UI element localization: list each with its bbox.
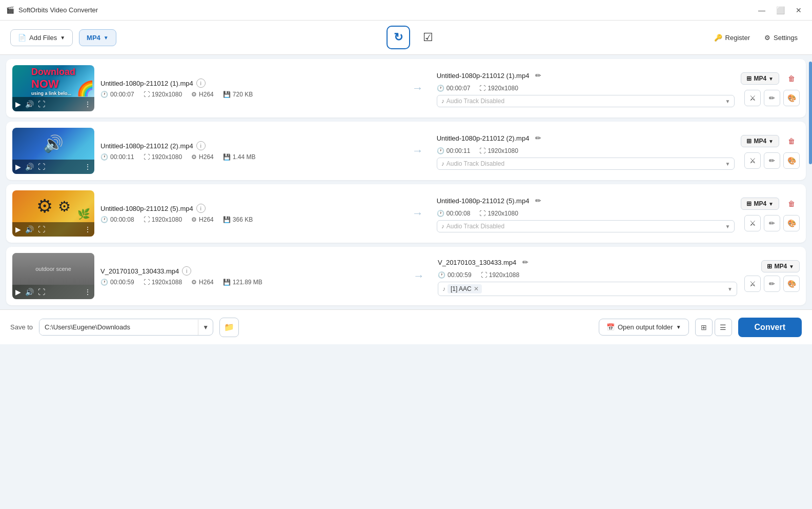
color-button[interactable]: 🎨: [783, 276, 800, 292]
format-grid-icon: ⊞: [746, 138, 752, 145]
expand-icon[interactable]: ⛶: [38, 288, 45, 296]
out-resize-icon: ⛶: [479, 85, 485, 92]
edit-button[interactable]: ✏: [764, 152, 780, 169]
delete-button[interactable]: 🗑: [783, 195, 800, 212]
volume-icon[interactable]: 🔊: [25, 288, 34, 296]
save-to-input-group: ▼: [39, 319, 213, 336]
audio-dropdown[interactable]: ♪ Audio Track Disabled ▼: [437, 95, 735, 107]
delete-button[interactable]: 🗑: [783, 70, 800, 87]
edit-button[interactable]: ✏: [764, 215, 780, 231]
open-output-label: Open output folder: [618, 323, 673, 331]
audio-tag-label: [1] AAC: [451, 285, 472, 292]
add-files-button[interactable]: 📄 Add Files ▼: [10, 29, 73, 46]
output-duration: 00:00:59: [448, 271, 472, 279]
info-icon[interactable]: i: [196, 79, 206, 88]
input-size: 1.44 MB: [233, 153, 256, 161]
out-duration-meta: 🕐 00:00:11: [437, 147, 471, 154]
minimize-button[interactable]: —: [755, 3, 769, 17]
output-format-badge[interactable]: ⊞ MP4 ▼: [741, 72, 779, 85]
audio-dropdown[interactable]: ♪ Audio Track Disabled ▼: [437, 158, 735, 170]
edit-name-icon[interactable]: ✏: [519, 256, 532, 268]
open-output-chevron-icon: ▼: [676, 324, 681, 330]
audio-dropdown[interactable]: ♪ Audio Track Disabled ▼: [437, 220, 735, 232]
arrow-col: →: [405, 82, 431, 95]
info-icon[interactable]: i: [196, 141, 206, 150]
volume-icon[interactable]: 🔊: [25, 225, 34, 233]
volume-icon[interactable]: 🔊: [25, 100, 34, 108]
play-icon[interactable]: ▶: [15, 100, 21, 108]
delete-button[interactable]: 🗑: [783, 133, 800, 149]
input-codec: H264: [199, 279, 214, 286]
edit-button[interactable]: ✏: [764, 276, 780, 292]
cut-button[interactable]: ⚔: [744, 276, 761, 292]
color-button[interactable]: 🎨: [783, 90, 800, 106]
check-button[interactable]: ☑: [416, 26, 440, 49]
more-icon[interactable]: ⋮: [84, 288, 91, 296]
action-icons: ⚔ ✏ 🎨: [744, 152, 800, 169]
close-button[interactable]: ✕: [791, 3, 806, 17]
expand-icon[interactable]: ⛶: [38, 100, 45, 108]
edit-name-icon[interactable]: ✏: [532, 69, 544, 82]
action-icons: ⚔ ✏ 🎨: [744, 90, 800, 106]
format-button[interactable]: MP4 ▼: [79, 29, 116, 46]
save-to-dropdown-button[interactable]: ▼: [198, 320, 213, 335]
file-thumbnail: Download NOW using a link belo... 🌈 ▶ 🔊 …: [12, 65, 94, 111]
output-format-badge[interactable]: ⊞ MP4 ▼: [741, 198, 779, 210]
more-icon[interactable]: ⋮: [84, 225, 91, 233]
cut-button[interactable]: ⚔: [744, 90, 761, 106]
output-info: Untitled-1080p-211012 (5).mp4 ✏ 🕐 00:00:…: [437, 194, 735, 232]
settings-icon: ⚙: [191, 91, 197, 98]
format-grid-icon: ⊞: [746, 75, 752, 82]
grid-view-button[interactable]: ⊞: [695, 319, 713, 336]
play-icon[interactable]: ▶: [15, 288, 21, 296]
color-button[interactable]: 🎨: [783, 152, 800, 169]
file-meta: 🕐 00:00:59 ⛶ 1920x1088 ⚙ H264 💾 121.89 M…: [100, 279, 400, 286]
edit-name-icon[interactable]: ✏: [532, 132, 544, 144]
output-format-badge[interactable]: ⊞ MP4 ▼: [761, 260, 800, 272]
info-icon[interactable]: i: [196, 204, 206, 213]
input-codec: H264: [199, 153, 214, 161]
open-output-button[interactable]: 📅 Open output folder ▼: [599, 319, 689, 336]
info-icon[interactable]: i: [182, 266, 191, 276]
maximize-button[interactable]: ⬜: [773, 3, 787, 17]
expand-icon[interactable]: ⛶: [38, 163, 45, 171]
output-format-badge[interactable]: ⊞ MP4 ▼: [741, 135, 779, 147]
volume-icon[interactable]: 🔊: [25, 163, 34, 171]
resolution-meta: ⛶ 1920x1088: [144, 279, 182, 286]
audio-dropdown-chevron-icon: ▼: [727, 286, 733, 292]
audio-note-icon: ♪: [442, 285, 445, 292]
edit-name-icon[interactable]: ✏: [532, 194, 544, 207]
size-meta: 💾 1.44 MB: [223, 153, 256, 161]
output-resolution: 1920x1088: [489, 271, 519, 279]
out-resolution-meta: ⛶ 1920x1088: [481, 271, 519, 279]
play-icon[interactable]: ▶: [15, 225, 21, 233]
clock-icon: 🕐: [100, 216, 108, 223]
title-bar: 🎬 SoftOrbits Video Converter — ⬜ ✕: [0, 0, 812, 21]
more-icon[interactable]: ⋮: [84, 163, 91, 171]
save-to-path-input[interactable]: [39, 319, 198, 335]
register-button[interactable]: 🔑 Register: [710, 30, 754, 46]
action-col: ⊞ MP4 ▼ ⚔ ✏ 🎨: [743, 260, 800, 292]
input-duration: 00:00:59: [110, 279, 134, 286]
audio-dropdown[interactable]: ♪ [1] AAC ✕ ▼: [438, 282, 737, 296]
edit-button[interactable]: ✏: [764, 90, 780, 106]
input-codec: H264: [199, 216, 214, 223]
file-row: ⚙⚙ 🌿 ▶ 🔊 ⛶ ⋮ Untitled-1080p-211012 (5).m…: [6, 184, 806, 243]
convert-button[interactable]: Convert: [738, 318, 802, 337]
cut-button[interactable]: ⚔: [744, 215, 761, 231]
list-view-button[interactable]: ☰: [715, 319, 732, 336]
settings-button[interactable]: ⚙ Settings: [760, 30, 802, 46]
scrollbar[interactable]: [809, 62, 812, 164]
cut-button[interactable]: ⚔: [744, 152, 761, 169]
clock-icon: 🕐: [100, 279, 108, 286]
audio-tag-close-icon[interactable]: ✕: [474, 285, 479, 292]
more-icon[interactable]: ⋮: [84, 100, 91, 108]
output-file-name: V_20170103_130433.mp4 ✏: [438, 256, 737, 268]
expand-icon[interactable]: ⛶: [38, 225, 45, 233]
audio-note-icon: ♪: [441, 223, 444, 230]
refresh-button[interactable]: ↻: [387, 26, 410, 49]
play-icon[interactable]: ▶: [15, 163, 21, 171]
save-to-folder-button[interactable]: 📁: [219, 318, 239, 337]
settings-icon: ⚙: [191, 216, 197, 223]
color-button[interactable]: 🎨: [783, 215, 800, 231]
